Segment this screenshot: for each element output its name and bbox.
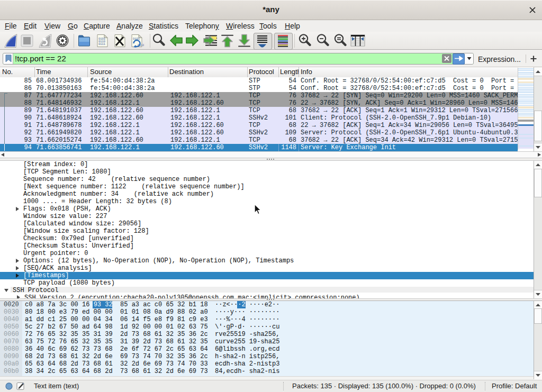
svg-text:0111: 0111 bbox=[98, 43, 105, 46]
